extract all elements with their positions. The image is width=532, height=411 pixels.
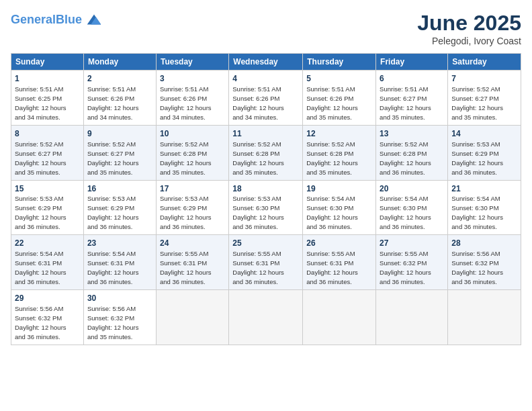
calendar-cell: 9Sunrise: 5:52 AM Sunset: 6:27 PM Daylig… <box>83 125 156 180</box>
day-info: Sunrise: 5:53 AM Sunset: 6:29 PM Dayligh… <box>87 195 139 230</box>
day-info: Sunrise: 5:53 AM Sunset: 6:29 PM Dayligh… <box>451 140 503 176</box>
day-number: 23 <box>87 238 152 249</box>
calendar-cell <box>303 290 376 345</box>
calendar-cell: 26Sunrise: 5:55 AM Sunset: 6:31 PM Dayli… <box>303 235 376 290</box>
day-number: 18 <box>232 183 299 195</box>
calendar-cell <box>376 290 448 345</box>
day-header-sunday: Sunday <box>11 54 84 71</box>
calendar-cell <box>156 290 228 345</box>
day-number: 15 <box>15 183 80 195</box>
calendar-week-row: 22Sunrise: 5:54 AM Sunset: 6:31 PM Dayli… <box>11 235 521 290</box>
day-info: Sunrise: 5:54 AM Sunset: 6:31 PM Dayligh… <box>87 250 139 285</box>
day-info: Sunrise: 5:56 AM Sunset: 6:32 PM Dayligh… <box>87 305 139 340</box>
day-number: 9 <box>87 128 152 140</box>
day-info: Sunrise: 5:52 AM Sunset: 6:27 PM Dayligh… <box>15 140 66 176</box>
calendar-cell: 15Sunrise: 5:53 AM Sunset: 6:29 PM Dayli… <box>11 180 84 235</box>
day-info: Sunrise: 5:56 AM Sunset: 6:32 PM Dayligh… <box>15 305 66 340</box>
day-number: 19 <box>306 183 372 195</box>
calendar-body: 1Sunrise: 5:51 AM Sunset: 6:25 PM Daylig… <box>11 71 521 345</box>
day-number: 14 <box>451 128 517 140</box>
day-info: Sunrise: 5:51 AM Sunset: 6:27 PM Dayligh… <box>380 85 431 121</box>
header: GeneralBlue June 2025 Pelegodi, Ivory Co… <box>11 11 521 46</box>
day-info: Sunrise: 5:52 AM Sunset: 6:27 PM Dayligh… <box>451 85 503 121</box>
day-number: 1 <box>15 73 80 85</box>
calendar-cell: 18Sunrise: 5:53 AM Sunset: 6:30 PM Dayli… <box>229 180 303 235</box>
calendar-cell: 12Sunrise: 5:52 AM Sunset: 6:28 PM Dayli… <box>303 125 376 180</box>
calendar-week-row: 15Sunrise: 5:53 AM Sunset: 6:29 PM Dayli… <box>11 180 521 235</box>
calendar-week-row: 8Sunrise: 5:52 AM Sunset: 6:27 PM Daylig… <box>11 125 521 180</box>
calendar-cell: 1Sunrise: 5:51 AM Sunset: 6:25 PM Daylig… <box>11 71 84 126</box>
calendar-cell: 17Sunrise: 5:53 AM Sunset: 6:29 PM Dayli… <box>156 180 228 235</box>
day-info: Sunrise: 5:51 AM Sunset: 6:26 PM Dayligh… <box>232 85 284 121</box>
logo-text: GeneralBlue <box>11 13 82 27</box>
day-number: 6 <box>380 73 444 85</box>
day-number: 5 <box>306 73 372 85</box>
calendar-cell: 23Sunrise: 5:54 AM Sunset: 6:31 PM Dayli… <box>83 235 156 290</box>
calendar-cell: 30Sunrise: 5:56 AM Sunset: 6:32 PM Dayli… <box>83 290 156 345</box>
day-info: Sunrise: 5:51 AM Sunset: 6:26 PM Dayligh… <box>306 85 358 121</box>
day-info: Sunrise: 5:51 AM Sunset: 6:26 PM Dayligh… <box>87 85 139 121</box>
day-info: Sunrise: 5:52 AM Sunset: 6:28 PM Dayligh… <box>160 140 212 176</box>
day-info: Sunrise: 5:55 AM Sunset: 6:31 PM Dayligh… <box>232 250 284 285</box>
day-number: 28 <box>451 238 517 249</box>
calendar-cell: 11Sunrise: 5:52 AM Sunset: 6:28 PM Dayli… <box>229 125 303 180</box>
day-number: 8 <box>15 128 80 140</box>
calendar-cell: 20Sunrise: 5:54 AM Sunset: 6:30 PM Dayli… <box>376 180 448 235</box>
day-number: 27 <box>380 238 444 249</box>
day-info: Sunrise: 5:54 AM Sunset: 6:30 PM Dayligh… <box>380 195 431 230</box>
page: GeneralBlue June 2025 Pelegodi, Ivory Co… <box>0 0 532 411</box>
main-title: June 2025 <box>417 11 521 36</box>
day-number: 16 <box>87 183 152 195</box>
calendar-cell: 22Sunrise: 5:54 AM Sunset: 6:31 PM Dayli… <box>11 235 84 290</box>
day-info: Sunrise: 5:56 AM Sunset: 6:32 PM Dayligh… <box>451 250 503 285</box>
day-header-tuesday: Tuesday <box>156 54 228 71</box>
day-number: 29 <box>15 293 80 304</box>
day-header-friday: Friday <box>376 54 448 71</box>
calendar-cell: 19Sunrise: 5:54 AM Sunset: 6:30 PM Dayli… <box>303 180 376 235</box>
day-number: 26 <box>306 238 372 249</box>
day-info: Sunrise: 5:55 AM Sunset: 6:32 PM Dayligh… <box>380 250 431 285</box>
day-number: 2 <box>87 73 152 85</box>
day-info: Sunrise: 5:52 AM Sunset: 6:27 PM Dayligh… <box>87 140 139 176</box>
calendar-cell: 27Sunrise: 5:55 AM Sunset: 6:32 PM Dayli… <box>376 235 448 290</box>
calendar-cell: 24Sunrise: 5:55 AM Sunset: 6:31 PM Dayli… <box>156 235 228 290</box>
subtitle: Pelegodi, Ivory Coast <box>417 36 521 46</box>
day-number: 13 <box>380 128 444 140</box>
day-info: Sunrise: 5:54 AM Sunset: 6:30 PM Dayligh… <box>306 195 358 230</box>
calendar-cell: 29Sunrise: 5:56 AM Sunset: 6:32 PM Dayli… <box>11 290 84 345</box>
calendar-cell: 16Sunrise: 5:53 AM Sunset: 6:29 PM Dayli… <box>83 180 156 235</box>
day-info: Sunrise: 5:55 AM Sunset: 6:31 PM Dayligh… <box>160 250 212 285</box>
calendar-week-row: 29Sunrise: 5:56 AM Sunset: 6:32 PM Dayli… <box>11 290 521 345</box>
day-number: 3 <box>160 73 225 85</box>
day-info: Sunrise: 5:52 AM Sunset: 6:28 PM Dayligh… <box>232 140 284 176</box>
day-number: 30 <box>87 293 152 304</box>
calendar-cell: 7Sunrise: 5:52 AM Sunset: 6:27 PM Daylig… <box>448 71 521 126</box>
day-info: Sunrise: 5:55 AM Sunset: 6:31 PM Dayligh… <box>306 250 358 285</box>
day-header-thursday: Thursday <box>303 54 376 71</box>
day-header-saturday: Saturday <box>448 54 521 71</box>
calendar-cell <box>229 290 303 345</box>
day-number: 12 <box>306 128 372 140</box>
day-number: 10 <box>160 128 225 140</box>
day-info: Sunrise: 5:53 AM Sunset: 6:29 PM Dayligh… <box>160 195 212 230</box>
calendar-cell: 4Sunrise: 5:51 AM Sunset: 6:26 PM Daylig… <box>229 71 303 126</box>
calendar-cell: 6Sunrise: 5:51 AM Sunset: 6:27 PM Daylig… <box>376 71 448 126</box>
day-info: Sunrise: 5:53 AM Sunset: 6:30 PM Dayligh… <box>232 195 284 230</box>
calendar-cell: 8Sunrise: 5:52 AM Sunset: 6:27 PM Daylig… <box>11 125 84 180</box>
day-info: Sunrise: 5:51 AM Sunset: 6:25 PM Dayligh… <box>15 85 66 121</box>
day-info: Sunrise: 5:52 AM Sunset: 6:28 PM Dayligh… <box>306 140 358 176</box>
calendar-cell: 14Sunrise: 5:53 AM Sunset: 6:29 PM Dayli… <box>448 125 521 180</box>
calendar-cell: 10Sunrise: 5:52 AM Sunset: 6:28 PM Dayli… <box>156 125 228 180</box>
calendar-cell: 21Sunrise: 5:54 AM Sunset: 6:30 PM Dayli… <box>448 180 521 235</box>
day-info: Sunrise: 5:54 AM Sunset: 6:30 PM Dayligh… <box>451 195 503 230</box>
day-number: 7 <box>451 73 517 85</box>
day-number: 4 <box>232 73 299 85</box>
calendar-cell: 3Sunrise: 5:51 AM Sunset: 6:26 PM Daylig… <box>156 71 228 126</box>
calendar-cell <box>448 290 521 345</box>
calendar-week-row: 1Sunrise: 5:51 AM Sunset: 6:25 PM Daylig… <box>11 71 521 126</box>
calendar-cell: 13Sunrise: 5:52 AM Sunset: 6:28 PM Dayli… <box>376 125 448 180</box>
logo-icon <box>85 11 103 30</box>
day-number: 25 <box>232 238 299 249</box>
logo: GeneralBlue <box>11 11 103 30</box>
calendar-cell: 25Sunrise: 5:55 AM Sunset: 6:31 PM Dayli… <box>229 235 303 290</box>
